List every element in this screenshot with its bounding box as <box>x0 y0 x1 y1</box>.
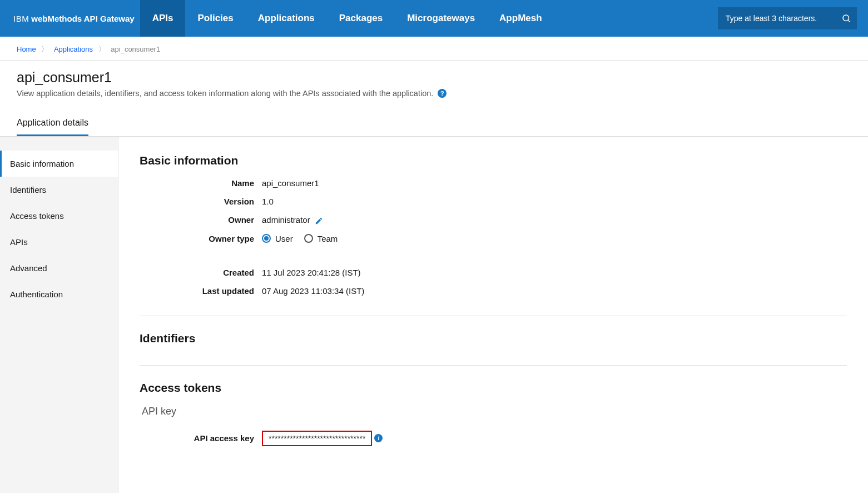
page-subtitle-text: View application details, identifiers, a… <box>17 89 433 98</box>
global-search[interactable] <box>718 7 857 29</box>
sidebar-item-apis[interactable]: APIs <box>0 229 118 255</box>
page-header: api_consumer1 View application details, … <box>0 61 868 100</box>
search-icon[interactable] <box>841 13 851 23</box>
owner-type-label: Owner type <box>140 234 262 243</box>
nav-item-packages[interactable]: Packages <box>327 0 395 37</box>
field-owner-type: Owner type User Team <box>140 234 847 243</box>
name-value: api_consumer1 <box>262 178 319 188</box>
api-access-key-label: API access key <box>140 433 262 443</box>
svg-line-1 <box>848 20 850 22</box>
radio-selected-icon <box>262 234 271 243</box>
breadcrumb-sep-2: 〉 <box>98 45 106 53</box>
nav-item-microgateways[interactable]: Microgateways <box>395 0 487 37</box>
access-tokens-heading: Access tokens <box>140 381 847 395</box>
brand-ibm: IBM <box>13 14 29 23</box>
main-nav: APIs Policies Applications Packages Micr… <box>140 0 554 37</box>
version-label: Version <box>140 197 262 206</box>
basic-info-heading: Basic information <box>140 154 847 167</box>
search-input[interactable] <box>726 14 841 23</box>
name-label: Name <box>140 178 262 188</box>
api-access-key-value[interactable]: ******************************** <box>262 431 372 446</box>
nav-item-apis[interactable]: APIs <box>140 0 186 37</box>
nav-item-appmesh[interactable]: AppMesh <box>487 0 554 37</box>
page-subtitle: View application details, identifiers, a… <box>17 89 851 98</box>
sidebar-item-authentication[interactable]: Authentication <box>0 281 118 307</box>
breadcrumb-applications[interactable]: Applications <box>54 45 93 53</box>
owner-type-team-radio[interactable]: Team <box>304 234 338 243</box>
sidebar-item-access-tokens[interactable]: Access tokens <box>0 203 118 229</box>
page-title: api_consumer1 <box>17 69 851 86</box>
created-label: Created <box>140 268 262 277</box>
nav-label-appmesh: AppMesh <box>499 13 542 24</box>
owner-value: administrator <box>262 215 310 224</box>
nav-item-policies[interactable]: Policies <box>185 0 245 37</box>
field-version: Version 1.0 <box>140 197 847 206</box>
tabs: Application details <box>0 102 868 137</box>
breadcrumb-home[interactable]: Home <box>17 45 36 53</box>
content-area: Basic information Name api_consumer1 Ver… <box>118 137 868 493</box>
created-value: 11 Jul 2023 20:41:28 (IST) <box>262 268 361 277</box>
last-updated-value: 07 Aug 2023 11:03:34 (IST) <box>262 286 364 296</box>
nav-label-microgateways: Microgateways <box>407 13 475 24</box>
nav-label-apis: APIs <box>152 13 173 24</box>
last-updated-label: Last updated <box>140 286 262 296</box>
version-value: 1.0 <box>262 197 274 206</box>
brand-product: webMethods API Gateway <box>31 14 134 23</box>
breadcrumb: Home 〉 Applications 〉 api_consumer1 <box>0 37 868 61</box>
field-created: Created 11 Jul 2023 20:41:28 (IST) <box>140 268 847 277</box>
identifiers-heading: Identifiers <box>140 332 847 345</box>
info-icon[interactable]: i <box>374 434 383 442</box>
nav-label-applications: Applications <box>258 13 315 24</box>
brand: IBM webMethods API Gateway <box>13 14 135 23</box>
edit-owner-icon[interactable] <box>315 215 323 225</box>
topbar: IBM webMethods API Gateway APIs Policies… <box>0 0 868 37</box>
team-option-label: Team <box>318 234 338 243</box>
field-api-access-key: API access key *************************… <box>140 431 847 446</box>
owner-type-user-radio[interactable]: User <box>262 234 293 243</box>
section-divider-2 <box>140 365 847 366</box>
owner-label: Owner <box>140 215 262 224</box>
svg-point-0 <box>843 15 849 21</box>
nav-item-applications[interactable]: Applications <box>246 0 327 37</box>
field-owner: Owner administrator <box>140 215 847 225</box>
sidebar: Basic information Identifiers Access tok… <box>0 137 118 493</box>
api-key-subheading: API key <box>142 406 847 417</box>
sidebar-item-advanced[interactable]: Advanced <box>0 255 118 281</box>
breadcrumb-current: api_consumer1 <box>111 45 160 53</box>
field-name: Name api_consumer1 <box>140 178 847 188</box>
user-option-label: User <box>275 234 293 243</box>
sidebar-item-identifiers[interactable]: Identifiers <box>0 177 118 203</box>
nav-label-packages: Packages <box>339 13 383 24</box>
section-divider-1 <box>140 316 847 316</box>
tab-application-details[interactable]: Application details <box>17 112 88 136</box>
main-layout: Basic information Identifiers Access tok… <box>0 137 868 493</box>
radio-unselected-icon <box>304 234 313 243</box>
field-last-updated: Last updated 07 Aug 2023 11:03:34 (IST) <box>140 286 847 296</box>
help-icon[interactable]: ? <box>438 89 447 98</box>
nav-label-policies: Policies <box>197 13 233 24</box>
sidebar-item-basic-information[interactable]: Basic information <box>0 151 118 177</box>
breadcrumb-sep-1: 〉 <box>41 45 48 53</box>
